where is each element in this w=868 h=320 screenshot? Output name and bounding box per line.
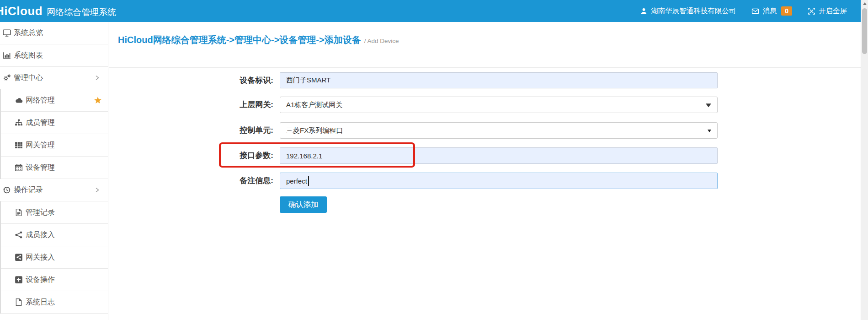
- sidebar-item-label: 管理中心: [14, 73, 43, 83]
- sidebar-item-admin-records[interactable]: 管理记录: [1, 201, 108, 224]
- interface-params-label: 接口参数:: [169, 147, 273, 164]
- control-unit-select[interactable]: 三菱FX系列编程口: [280, 122, 718, 139]
- interface-params-input[interactable]: [280, 147, 718, 164]
- sidebar-item-system-logs[interactable]: 系统日志: [1, 291, 108, 314]
- sidebar-item-label: 系统总览: [14, 28, 43, 38]
- upper-gateway-label: 上层网关:: [169, 97, 273, 113]
- remarks-input[interactable]: [280, 173, 718, 189]
- remarks-label: 备注信息:: [169, 173, 273, 189]
- sidebar-item-label: 网关接入: [26, 253, 55, 262]
- confirm-add-button[interactable]: 确认添加: [280, 196, 327, 213]
- sidebar-item-label: 成员接入: [26, 230, 55, 240]
- fullscreen-label: 开启全屏: [819, 6, 847, 16]
- upper-gateway-select[interactable]: A1栋客户测试网关: [280, 97, 718, 113]
- device-id-label: 设备标识:: [169, 72, 273, 88]
- cloud-icon: [15, 96, 23, 104]
- upper-gateway-value: A1栋客户测试网关: [286, 101, 342, 109]
- share-square-icon: [15, 253, 23, 261]
- caret-down-icon: [706, 103, 711, 107]
- sidebar-item-system-overview[interactable]: 系统总览: [0, 22, 108, 44]
- sidebar-item-system-charts[interactable]: 系统图表: [0, 44, 108, 67]
- sidebar-item-gateway-access[interactable]: 网关接入: [1, 246, 108, 269]
- sidebar-item-label: 管理记录: [26, 208, 55, 217]
- sidebar-item-label: 网络管理: [26, 96, 55, 105]
- breadcrumb: HiCloud网络综合管理系统->管理中心->设备管理->添加设备 / Add …: [109, 22, 861, 68]
- history-icon: [3, 186, 11, 194]
- sidebar-item-device-operations[interactable]: 设备操作: [1, 269, 108, 291]
- sitemap-icon: [15, 119, 23, 127]
- operation-records-submenu: 管理记录 成员接入 网关接入 设备操作 系统日志: [0, 201, 108, 314]
- main-content: HiCloud网络综合管理系统->管理中心->设备管理->添加设备 / Add …: [109, 22, 861, 320]
- plus-square-icon: [15, 276, 23, 284]
- scrollbar-thumb[interactable]: [862, 8, 867, 54]
- control-unit-label: 控制单元:: [169, 122, 273, 139]
- app-logo: HiCloud 网络综合管理系统: [0, 4, 116, 18]
- grid-icon: [15, 141, 23, 149]
- envelope-icon: [751, 7, 759, 15]
- monitor-icon: [3, 29, 11, 37]
- logo-product: 网络综合管理系统: [47, 6, 116, 18]
- sidebar-item-operation-records[interactable]: 操作记录: [0, 179, 108, 201]
- messages-button[interactable]: 消息 0: [751, 6, 792, 16]
- device-id-input[interactable]: [280, 72, 718, 88]
- sidebar-item-label: 网关管理: [26, 141, 55, 150]
- sidebar-item-gateway-mgmt[interactable]: 网关管理: [1, 134, 108, 157]
- admin-center-submenu: 网络管理 成员管理 网关管理 设备管理: [0, 89, 108, 179]
- vertical-scrollbar: [861, 0, 868, 320]
- breadcrumb-suffix: / Add Device: [364, 38, 399, 44]
- company-name: 湖南华辰智通科技有限公司: [651, 6, 736, 16]
- sidebar-item-label: 成员管理: [26, 118, 55, 128]
- calendar-icon: [15, 163, 23, 172]
- sidebar-item-label: 操作记录: [14, 185, 43, 195]
- bar-chart-icon: [3, 51, 11, 60]
- user-icon: [640, 7, 648, 15]
- share-icon: [15, 231, 23, 239]
- file-icon: [15, 298, 23, 306]
- sidebar-item-network-mgmt[interactable]: 网络管理: [1, 89, 108, 112]
- sidebar-item-member-access[interactable]: 成员接入: [1, 224, 108, 246]
- chevron-right-icon: [95, 187, 100, 193]
- sidebar-nav: 系统总览 系统图表 管理中心 网络管理 成员管理: [0, 22, 108, 320]
- messages-count-badge: 0: [781, 6, 792, 16]
- sidebar-item-label: 系统图表: [14, 51, 43, 60]
- caret-down-icon: [708, 130, 711, 132]
- sidebar-item-label: 设备操作: [26, 275, 55, 285]
- control-unit-value: 三菱FX系列编程口: [286, 126, 343, 135]
- text-cursor: [308, 176, 309, 186]
- top-header-bar: HiCloud 网络综合管理系统 湖南华辰智通科技有限公司 消息 0 开启全屏: [0, 0, 868, 22]
- sidebar-item-member-mgmt[interactable]: 成员管理: [1, 112, 108, 134]
- sidebar-item-label: 系统日志: [26, 298, 55, 307]
- scrollbar-up-arrow[interactable]: [863, 2, 867, 5]
- expand-icon: [808, 7, 815, 15]
- chevron-right-icon: [95, 75, 100, 81]
- logo-brand: HiCloud: [0, 4, 43, 18]
- messages-label: 消息: [762, 6, 777, 16]
- gears-icon: [3, 74, 11, 82]
- breadcrumb-path[interactable]: HiCloud网络综合管理系统->管理中心->设备管理->添加设备: [118, 34, 361, 46]
- sidebar-item-admin-center[interactable]: 管理中心: [0, 67, 108, 89]
- sidebar-item-label: 设备管理: [26, 163, 55, 173]
- fullscreen-button[interactable]: 开启全屏: [808, 6, 847, 16]
- star-icon: [94, 96, 102, 104]
- company-account[interactable]: 湖南华辰智通科技有限公司: [640, 6, 736, 16]
- file-text-icon: [15, 208, 23, 217]
- sidebar-item-device-mgmt[interactable]: 设备管理: [1, 157, 108, 179]
